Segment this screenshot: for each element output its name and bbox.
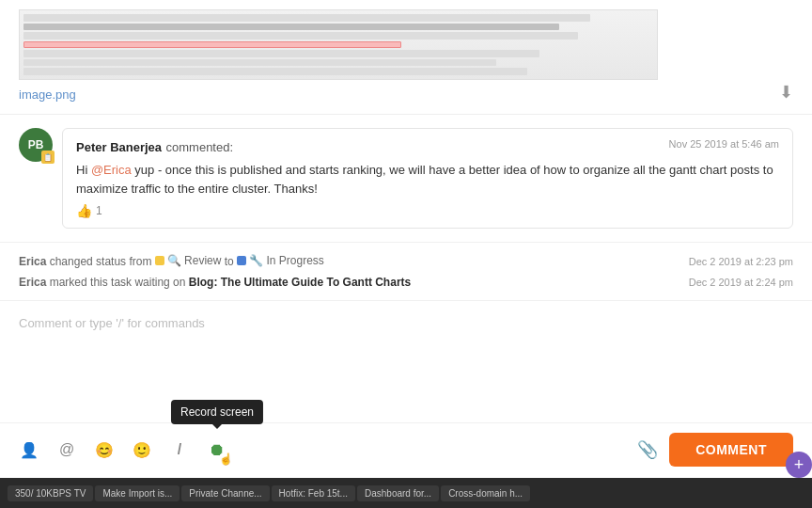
taskbar-item-0[interactable]: 350/ 10KBPS TV	[8, 485, 93, 501]
status-time-1: Dec 2 2019 at 2:23 pm	[689, 256, 793, 267]
download-button[interactable]: ⬇	[779, 82, 793, 103]
comment-button[interactable]: COMMENT	[669, 433, 793, 467]
yellow-badge	[155, 256, 164, 265]
image-section: image.png ⬇	[0, 0, 812, 115]
toolbar-left: 👤 @ 😊 🙂 / Record screen ⏺ ☝	[19, 439, 227, 460]
comment-meta: Peter Banerjea commented: Nov 25 2019 at…	[76, 138, 779, 155]
comment-section: PB 📋 Peter Banerjea commented: Nov 25 20…	[0, 115, 812, 243]
status-text-1: Erica changed status from 🔍 Review to 🔧 …	[19, 254, 324, 268]
smiley-icon[interactable]: 🙂	[132, 439, 152, 460]
comment-header: PB 📋 Peter Banerjea commented: Nov 25 20…	[19, 128, 793, 229]
commented-text: commented:	[166, 140, 234, 154]
like-count: 1	[96, 204, 102, 217]
plus-badge-button[interactable]: +	[786, 452, 812, 478]
avatar-badge: 📋	[41, 151, 55, 164]
comment-text: Hi @Erica yup - once this is published a…	[76, 161, 779, 198]
image-thumbnail	[19, 9, 658, 80]
commenter-name: Peter Banerjea	[76, 140, 162, 154]
taskbar-item-2[interactable]: Private Channe...	[181, 485, 269, 501]
from-badge: 🔍 Review	[155, 254, 222, 267]
cursor-icon: ☝	[219, 452, 233, 466]
taskbar-item-4[interactable]: Dashboard for...	[357, 485, 439, 501]
toolbar-right: 📎 COMMENT	[637, 433, 793, 467]
comment-input-section[interactable]: Comment or type '/' for commands	[0, 301, 812, 422]
avatar: PB 📋	[19, 128, 53, 162]
like-area: 👍 1	[76, 203, 779, 218]
status-section: Erica changed status from 🔍 Review to 🔧 …	[0, 243, 812, 301]
person-icon[interactable]: 👤	[19, 439, 39, 460]
slash-icon[interactable]: /	[169, 439, 190, 460]
comment-body: Peter Banerjea commented: Nov 25 2019 at…	[62, 128, 793, 229]
blue-badge	[237, 256, 246, 265]
record-screen-button[interactable]: Record screen ⏺ ☝	[207, 439, 227, 460]
status-text-2: Erica marked this task waiting on Blog: …	[19, 276, 411, 289]
status-change-2: Erica marked this task waiting on Blog: …	[19, 272, 793, 293]
record-screen-tooltip: Record screen	[171, 400, 263, 424]
mention-erica: @Erica	[91, 163, 132, 177]
to-badge: 🔧 In Progress	[237, 254, 324, 267]
toolbar-section: 👤 @ 😊 🙂 / Record screen ⏺ ☝ 📎 COMMENT	[0, 422, 812, 478]
comment-timestamp: Nov 25 2019 at 5:46 am	[669, 138, 779, 155]
attach-icon[interactable]: 📎	[637, 439, 658, 460]
at-icon[interactable]: @	[56, 439, 77, 460]
taskbar-item-5[interactable]: Cross-domain h...	[441, 485, 530, 501]
status-change-1: Erica changed status from 🔍 Review to 🔧 …	[19, 250, 793, 272]
emoji-icon[interactable]: 😊	[94, 439, 115, 460]
main-container: image.png ⬇ PB 📋 Peter Banerjea commente…	[0, 0, 812, 508]
comment-input-placeholder[interactable]: Comment or type '/' for commands	[19, 312, 793, 346]
thumbs-up-icon[interactable]: 👍	[76, 203, 92, 218]
bottom-taskbar: 350/ 10KBPS TV Make Import is... Private…	[0, 478, 812, 508]
comment-author-line: Peter Banerjea commented:	[76, 138, 233, 155]
taskbar-item-3[interactable]: Hotfix: Feb 15t...	[272, 485, 355, 501]
image-filename-link[interactable]: image.png	[19, 87, 76, 102]
task-link[interactable]: Blog: The Ultimate Guide To Gantt Charts	[189, 276, 411, 289]
status-time-2: Dec 2 2019 at 2:24 pm	[689, 277, 793, 288]
taskbar-item-1[interactable]: Make Import is...	[95, 485, 180, 501]
